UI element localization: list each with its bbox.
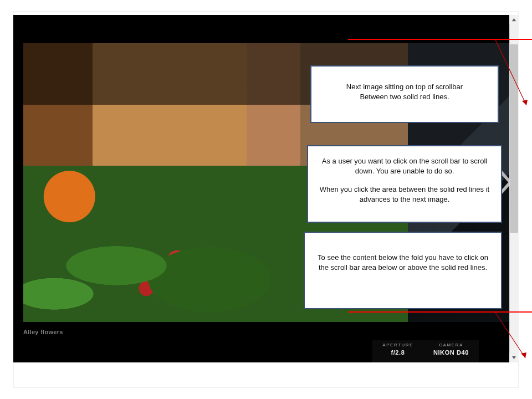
annotation-arrow-bottom [495,310,532,366]
annotation-arrow-top [495,40,532,112]
svg-line-2 [495,40,526,105]
callout-cannot-scroll: As a user you want to click on the scrol… [307,145,502,223]
callout-line: Between two solid red lines. [319,92,490,102]
svg-marker-0 [512,18,516,21]
image-caption: Alley flowers [23,329,63,335]
svg-marker-3 [522,100,528,105]
exif-aperture-value: f/2.8 [382,349,413,356]
slide-canvas: Alley flowers APERTURE f/2.8 CAMERA NIKO… [13,11,519,388]
scrollbar-up-button[interactable] [509,15,519,24]
exif-aperture-label: APERTURE [382,342,413,347]
photo-foliage-overlay [23,181,334,322]
callout-line: Next image sitting on top of scrollbar [319,82,490,92]
callout-para: To see the content below the fold you ha… [313,253,493,272]
exif-camera-label: CAMERA [433,342,469,347]
exif-aperture: APERTURE f/2.8 [382,342,413,356]
callout-next-image-on-scrollbar: Next image sitting on top of scrollbar B… [310,65,499,123]
svg-marker-5 [521,352,526,358]
exif-camera-value: NIKON D40 [433,349,469,356]
triangle-up-icon [511,17,516,22]
callout-para: As a user you want to click on the scrol… [317,156,492,176]
svg-line-4 [495,313,525,358]
callout-para: When you click the area between the soli… [317,185,492,204]
exif-panel: APERTURE f/2.8 CAMERA NIKON D40 [372,340,479,362]
callout-scroll-workaround: To see the content below the fold you ha… [304,232,502,309]
exif-camera: CAMERA NIKON D40 [433,342,469,356]
